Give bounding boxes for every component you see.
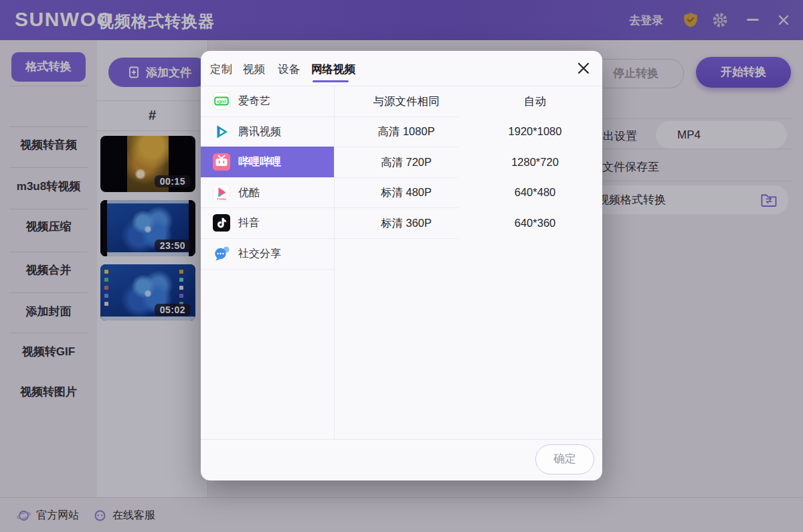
svg-text:YOUKU: YOUKU — [217, 197, 227, 201]
platform-label: 优酷 — [238, 177, 260, 208]
divider — [335, 116, 458, 117]
tencent-video-icon — [213, 123, 230, 141]
resolution-name: 与源文件相同 — [335, 86, 478, 116]
dialog-close-icon[interactable] — [575, 60, 592, 76]
tab-custom[interactable]: 定制 — [210, 59, 232, 79]
divider — [335, 177, 458, 178]
platform-label: 抖音 — [238, 207, 260, 238]
platform-label: 社交分享 — [238, 238, 281, 269]
active-tab-underline — [313, 80, 349, 82]
resolution-row-360p[interactable]: 标清 360P 640*360 — [335, 207, 602, 238]
platform-row-douyin[interactable]: 抖音 — [201, 207, 334, 238]
confirm-button[interactable]: 确定 — [535, 444, 594, 474]
resolution-name: 标清 480P — [335, 177, 478, 207]
app-window: SUNWOO 视频格式转换器 去登录 格式转换 视频转音频 m3u8转视频 视频… — [0, 0, 803, 532]
platform-label: 腾讯视频 — [238, 116, 281, 147]
resolution-name: 高清 720P — [335, 147, 478, 177]
divider — [201, 238, 334, 239]
platform-row-youku[interactable]: YOUKU 优酷 — [201, 177, 334, 207]
resolution-value: 1920*1080 — [478, 116, 592, 147]
resolution-name: 高清 1080P — [335, 116, 478, 147]
douyin-icon — [213, 214, 230, 232]
youku-icon: YOUKU — [213, 184, 230, 201]
resolution-row-720p[interactable]: 高清 720P 1280*720 — [335, 147, 602, 177]
svg-text:iQIYI: iQIYI — [217, 99, 226, 104]
platform-row-bilibili[interactable]: 哔哩哔哩 — [201, 147, 334, 177]
resolution-name: 标清 360P — [335, 207, 478, 238]
resolution-value: 640*480 — [478, 177, 592, 207]
divider — [201, 439, 602, 440]
resolution-value: 自动 — [478, 86, 592, 116]
resolution-value: 640*360 — [478, 207, 592, 238]
resolution-row-source[interactable]: 与源文件相同 自动 — [335, 86, 602, 116]
iqiyi-icon: iQIYI — [213, 92, 230, 110]
platform-label: 哔哩哔哩 — [238, 147, 281, 177]
platform-row-tencent-video[interactable]: 腾讯视频 — [201, 116, 334, 147]
platform-row-social-share[interactable]: 社交分享 — [201, 238, 334, 269]
divider — [201, 269, 334, 270]
social-share-icon — [213, 245, 230, 262]
platform-row-iqiyi[interactable]: iQIYI 爱奇艺 — [201, 86, 334, 116]
divider — [335, 147, 458, 147]
divider — [201, 116, 334, 117]
tab-web-video[interactable]: 网络视频 — [311, 59, 355, 79]
bilibili-icon — [213, 153, 230, 171]
resolution-row-480p[interactable]: 标清 480P 640*480 — [335, 177, 602, 207]
resolution-row-1080p[interactable]: 高清 1080P 1920*1080 — [335, 116, 602, 147]
divider — [335, 238, 458, 239]
divider — [201, 207, 334, 208]
resolution-value: 1280*720 — [478, 147, 592, 177]
divider — [335, 207, 458, 208]
tab-device[interactable]: 设备 — [278, 59, 300, 79]
format-select-dialog: 定制 视频 设备 网络视频 iQIYI 爱奇艺 腾讯视频 — [201, 51, 602, 480]
tab-video[interactable]: 视频 — [243, 59, 265, 79]
platform-label: 爱奇艺 — [238, 86, 270, 116]
